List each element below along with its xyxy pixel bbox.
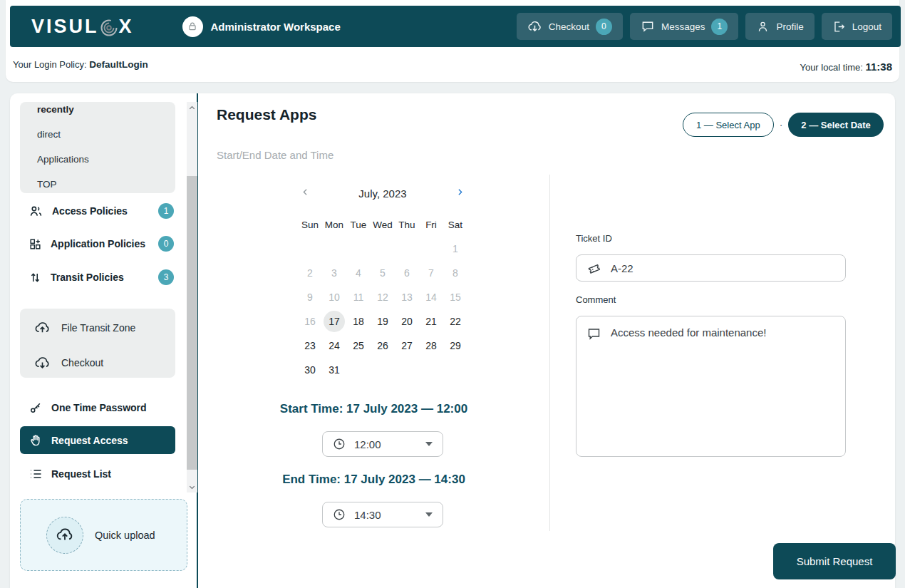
application-policies-label: Application Policies bbox=[51, 238, 145, 249]
checkout-button[interactable]: Checkout 0 bbox=[517, 13, 623, 40]
people-icon bbox=[29, 204, 43, 219]
calendar-day-selected[interactable]: 17 bbox=[322, 309, 346, 334]
weekday-label: Thu bbox=[395, 212, 419, 237]
calendar-day bbox=[346, 237, 371, 261]
grid-plus-icon bbox=[29, 237, 42, 251]
calendar-day bbox=[419, 237, 443, 261]
sidebar-item-checkout[interactable]: Checkout bbox=[34, 353, 170, 373]
messages-badge: 1 bbox=[711, 19, 728, 35]
messages-button[interactable]: Messages 1 bbox=[630, 13, 739, 40]
list-icon bbox=[29, 467, 43, 481]
calendar-day[interactable]: 23 bbox=[298, 334, 322, 358]
step-select-app[interactable]: 1 — Select App bbox=[683, 113, 774, 137]
main-card: recently direct Applications TOP Access … bbox=[10, 93, 895, 588]
calendar-day-disabled: 5 bbox=[371, 261, 395, 285]
calendar-day bbox=[322, 237, 346, 261]
sidebar-item-top[interactable]: TOP bbox=[37, 172, 175, 193]
comment-textarea[interactable]: Access needed for maintenance! bbox=[576, 316, 846, 457]
one-time-password-label: One Time Password bbox=[51, 402, 147, 413]
quick-upload-label: Quick upload bbox=[95, 530, 155, 541]
calendar-day-disabled: 1 bbox=[443, 237, 467, 261]
ticket-id-input[interactable]: A-22 bbox=[576, 254, 846, 282]
person-icon bbox=[756, 20, 770, 33]
chat-icon bbox=[641, 19, 655, 33]
scrollbar-thumb[interactable] bbox=[187, 176, 197, 470]
access-policies-badge: 1 bbox=[158, 203, 174, 219]
login-policy-text: Your Login Policy: DefaultLogin bbox=[13, 59, 148, 70]
end-time-heading: End Time: 17 July 2023 — 14:30 bbox=[198, 473, 549, 487]
calendar-day bbox=[371, 237, 395, 261]
ticket-id-value: A-22 bbox=[611, 262, 634, 274]
sidebar-item-applications[interactable]: Applications bbox=[37, 147, 175, 172]
transit-zone-group: File Transit Zone Checkout bbox=[20, 309, 175, 378]
profile-button[interactable]: Profile bbox=[745, 13, 814, 40]
calendar-day[interactable]: 28 bbox=[419, 334, 443, 358]
weekday-label: Tue bbox=[346, 212, 371, 237]
sidebar-item-request-access[interactable]: Request Access bbox=[20, 426, 175, 454]
logout-button[interactable]: Logout bbox=[822, 13, 892, 40]
local-time-text: Your local time: 11:38 bbox=[800, 61, 892, 73]
sidebar-item-one-time-password[interactable]: One Time Password bbox=[20, 393, 175, 421]
access-policies-label: Access Policies bbox=[52, 205, 128, 217]
scroll-up-icon[interactable] bbox=[187, 102, 197, 113]
header-buttons: Checkout 0 Messages 1 Profile bbox=[517, 13, 892, 40]
comment-value: Access needed for maintenance! bbox=[611, 326, 766, 339]
request-list-label: Request List bbox=[51, 468, 111, 480]
weekday-label: Mon bbox=[322, 212, 346, 237]
submit-request-button[interactable]: Submit Request bbox=[773, 543, 896, 579]
calendar-day[interactable]: 18 bbox=[346, 309, 371, 334]
calendar-day[interactable]: 25 bbox=[346, 334, 371, 358]
clock-icon bbox=[333, 508, 346, 521]
sidebar-item-application-policies[interactable]: Application Policies 0 bbox=[20, 233, 175, 254]
calendar-day[interactable]: 21 bbox=[419, 309, 443, 334]
sidebar-item-direct[interactable]: direct bbox=[37, 122, 175, 147]
checkout-badge: 0 bbox=[596, 19, 612, 35]
key-icon bbox=[29, 401, 43, 415]
calendar-day[interactable]: 24 bbox=[322, 334, 346, 358]
workspace-label: Administrator Workspace bbox=[211, 21, 341, 33]
calendar-day[interactable]: 27 bbox=[395, 334, 419, 358]
start-time-select[interactable]: 12:00 bbox=[322, 431, 443, 457]
calendar-day-disabled: 15 bbox=[443, 285, 467, 309]
recent-menu-group: recently direct Applications TOP bbox=[20, 102, 175, 193]
calendar-day[interactable]: 29 bbox=[443, 334, 467, 358]
end-time-select[interactable]: 14:30 bbox=[322, 502, 443, 527]
local-time-value: 11:38 bbox=[865, 61, 892, 73]
logo-text-left: VISUL bbox=[31, 16, 99, 38]
calendar-next-icon[interactable] bbox=[455, 187, 465, 197]
sidebar-item-recently[interactable]: recently bbox=[37, 102, 175, 122]
calendar-day[interactable]: 26 bbox=[371, 334, 395, 358]
calendar-day-disabled: 4 bbox=[346, 261, 371, 285]
sidebar-item-file-transit-zone[interactable]: File Transit Zone bbox=[34, 318, 170, 338]
sidebar-item-access-policies[interactable]: Access Policies 1 bbox=[20, 200, 175, 222]
scroll-down-icon[interactable] bbox=[187, 481, 197, 492]
end-time-value: 14:30 bbox=[354, 509, 381, 521]
cloud-upload-icon bbox=[46, 517, 83, 554]
sidebar-scrollbar[interactable] bbox=[187, 102, 197, 492]
calendar-day-disabled: 10 bbox=[322, 285, 346, 309]
profile-label: Profile bbox=[776, 21, 803, 32]
cloud-download-icon bbox=[527, 19, 542, 34]
step-select-date[interactable]: 2 — Select Date bbox=[788, 113, 884, 137]
calendar-day[interactable]: 30 bbox=[298, 358, 322, 382]
calendar-day[interactable]: 22 bbox=[443, 309, 467, 334]
logout-label: Logout bbox=[852, 21, 881, 32]
calendar-day[interactable]: 31 bbox=[322, 358, 346, 382]
sidebar-item-request-list[interactable]: Request List bbox=[20, 460, 175, 488]
login-policy-value: DefaultLogin bbox=[89, 59, 148, 70]
calendar-day[interactable]: 19 bbox=[371, 309, 395, 334]
calendar-day-disabled: 11 bbox=[346, 285, 371, 309]
calendar-day[interactable]: 20 bbox=[395, 309, 419, 334]
quick-upload-dropzone[interactable]: Quick upload bbox=[20, 499, 187, 571]
weekday-label: Sat bbox=[443, 212, 467, 237]
calendar-day bbox=[298, 237, 322, 261]
calendar-day-disabled: 14 bbox=[419, 285, 443, 309]
sidebar-item-transit-policies[interactable]: Transit Policies 3 bbox=[20, 267, 175, 288]
ticket-id-label: Ticket ID bbox=[576, 233, 612, 244]
chevron-down-icon bbox=[425, 512, 433, 517]
calendar-month-label: July, 2023 bbox=[298, 187, 467, 200]
comment-label: Comment bbox=[576, 294, 616, 305]
calendar-day-disabled: 13 bbox=[395, 285, 419, 309]
app-header: VISUL X Administrator Workspace bbox=[10, 6, 901, 47]
login-policy-label: Your Login Policy: bbox=[13, 59, 87, 70]
